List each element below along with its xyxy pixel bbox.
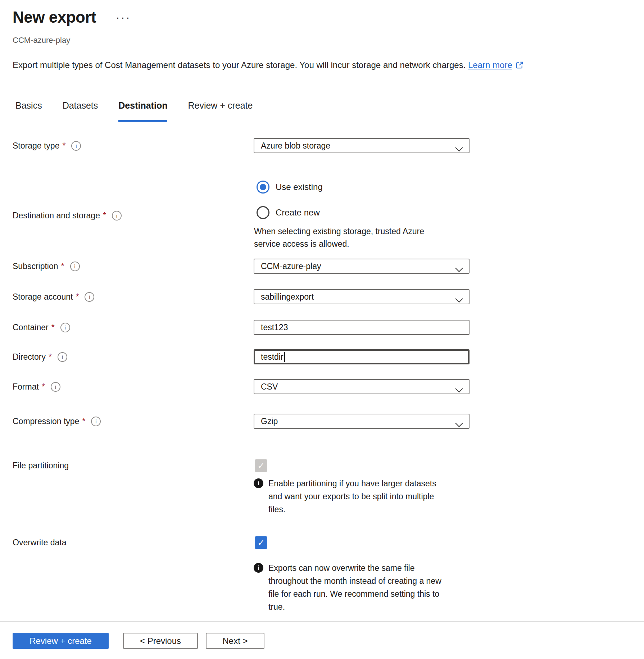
page-subtitle: CCM-azure-play bbox=[13, 36, 644, 45]
info-filled-icon: i bbox=[254, 478, 263, 488]
info-icon[interactable]: i bbox=[112, 211, 122, 221]
radio-use-existing-label: Use existing bbox=[276, 182, 323, 192]
file-partitioning-note-row: i Enable partitioning if you have larger… bbox=[0, 477, 644, 516]
tab-datasets[interactable]: Datasets bbox=[63, 100, 98, 122]
info-icon[interactable]: i bbox=[70, 262, 80, 271]
container-row: Container * i test123 bbox=[0, 320, 644, 335]
directory-value: testdir bbox=[261, 352, 284, 362]
subscription-value: CCM-azure-play bbox=[261, 262, 321, 271]
format-label: Format bbox=[13, 382, 39, 392]
description-text: Export multiple types of Cost Management… bbox=[13, 60, 466, 70]
storage-account-label: Storage account bbox=[13, 292, 73, 302]
file-partitioning-row: File partitioning ✓ bbox=[0, 459, 644, 472]
storage-type-row: Storage type * i Azure blob storage bbox=[0, 138, 644, 153]
required-asterisk: * bbox=[51, 323, 55, 332]
compression-type-value: Gzip bbox=[261, 417, 278, 426]
required-asterisk: * bbox=[61, 262, 64, 271]
compression-type-row: Compression type * i Gzip bbox=[0, 414, 644, 429]
wizard-tabs: Basics Datasets Destination Review + cre… bbox=[15, 100, 644, 122]
radio-use-existing[interactable]: Use existing bbox=[257, 181, 470, 194]
overwrite-data-row: Overwrite data ✓ bbox=[0, 536, 644, 549]
chevron-down-icon bbox=[455, 420, 463, 430]
page-header: New export ··· bbox=[13, 9, 644, 26]
tab-destination[interactable]: Destination bbox=[118, 100, 167, 122]
radio-unselected-icon bbox=[257, 206, 269, 219]
overwrite-data-checkbox-checked[interactable]: ✓ bbox=[255, 536, 267, 549]
info-filled-icon: i bbox=[254, 563, 263, 573]
info-icon[interactable]: i bbox=[60, 323, 70, 332]
directory-label: Directory bbox=[13, 352, 46, 362]
checkmark-icon: ✓ bbox=[257, 538, 264, 548]
info-icon[interactable]: i bbox=[71, 141, 81, 151]
required-asterisk: * bbox=[76, 292, 79, 302]
storage-type-value: Azure blob storage bbox=[261, 141, 330, 151]
more-options-icon[interactable]: ··· bbox=[116, 12, 131, 23]
footer-divider bbox=[0, 621, 644, 622]
review-create-button[interactable]: Review + create bbox=[13, 633, 109, 649]
info-icon[interactable]: i bbox=[91, 417, 101, 426]
destination-storage-row: Destination and storage * i Use existing… bbox=[0, 181, 644, 250]
storage-type-select[interactable]: Azure blob storage bbox=[254, 138, 470, 153]
page-description: Export multiple types of Cost Management… bbox=[13, 60, 644, 72]
container-input[interactable]: test123 bbox=[254, 320, 470, 335]
chevron-down-icon bbox=[455, 295, 463, 305]
info-icon[interactable]: i bbox=[85, 292, 94, 302]
learn-more-link[interactable]: Learn more bbox=[468, 60, 512, 70]
format-row: Format * i CSV bbox=[0, 379, 644, 394]
subscription-label: Subscription bbox=[13, 262, 58, 271]
radio-selected-icon bbox=[257, 181, 269, 194]
info-icon[interactable]: i bbox=[51, 382, 60, 392]
radio-create-new[interactable]: Create new bbox=[257, 206, 470, 219]
text-cursor bbox=[284, 352, 285, 362]
radio-dot bbox=[260, 184, 266, 190]
required-asterisk: * bbox=[103, 211, 106, 221]
file-partitioning-checkbox-disabled-checked: ✓ bbox=[255, 459, 267, 472]
directory-row: Directory * i testdir bbox=[0, 349, 644, 364]
checkmark-icon: ✓ bbox=[257, 461, 264, 471]
chevron-down-icon bbox=[455, 265, 463, 274]
next-button[interactable]: Next > bbox=[206, 633, 264, 649]
container-value: test123 bbox=[261, 323, 288, 332]
container-label: Container bbox=[13, 323, 49, 332]
storage-type-label: Storage type bbox=[13, 141, 59, 151]
radio-create-new-label: Create new bbox=[276, 208, 320, 218]
required-asterisk: * bbox=[82, 417, 85, 426]
chevron-down-icon bbox=[455, 144, 463, 154]
info-icon[interactable]: i bbox=[58, 352, 67, 362]
overwrite-data-note-row: i Exports can now overwrite the same fil… bbox=[0, 562, 644, 613]
storage-account-value: sabillingexport bbox=[261, 292, 314, 302]
directory-input[interactable]: testdir bbox=[254, 349, 470, 364]
tab-review-create[interactable]: Review + create bbox=[188, 100, 253, 122]
new-export-page: New export ··· CCM-azure-play Export mul… bbox=[0, 0, 644, 659]
overwrite-data-note-text: Exports can now overwrite the same file … bbox=[268, 562, 443, 613]
compression-type-select[interactable]: Gzip bbox=[254, 414, 470, 429]
chevron-down-icon bbox=[455, 385, 463, 395]
page-title: New export bbox=[13, 9, 96, 26]
previous-button[interactable]: < Previous bbox=[123, 633, 198, 649]
required-asterisk: * bbox=[49, 352, 52, 362]
file-partitioning-label: File partitioning bbox=[13, 461, 69, 471]
destination-storage-label: Destination and storage bbox=[13, 211, 100, 221]
overwrite-data-label: Overwrite data bbox=[13, 538, 67, 547]
destination-storage-helper-text: When selecting existing storage, trusted… bbox=[254, 225, 428, 250]
file-partitioning-note-text: Enable partitioning if you have larger d… bbox=[268, 477, 443, 516]
compression-type-label: Compression type bbox=[13, 417, 79, 426]
tab-basics[interactable]: Basics bbox=[15, 100, 42, 122]
external-link-icon bbox=[515, 61, 524, 72]
format-select[interactable]: CSV bbox=[254, 379, 470, 394]
footer-actions: Review + create < Previous Next > bbox=[13, 633, 644, 649]
storage-account-row: Storage account * i sabillingexport bbox=[0, 289, 644, 304]
storage-account-select[interactable]: sabillingexport bbox=[254, 289, 470, 304]
subscription-select[interactable]: CCM-azure-play bbox=[254, 259, 470, 274]
required-asterisk: * bbox=[62, 141, 65, 151]
subscription-row: Subscription * i CCM-azure-play bbox=[0, 259, 644, 274]
required-asterisk: * bbox=[42, 382, 45, 392]
format-value: CSV bbox=[261, 382, 278, 392]
